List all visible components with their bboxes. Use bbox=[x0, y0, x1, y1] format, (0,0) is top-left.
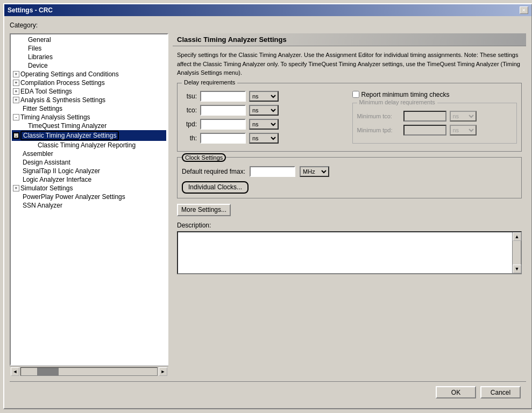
tree-item-classic-report[interactable]: Classic Timing Analyzer Reporting bbox=[12, 141, 166, 149]
delay-group-title: Delay requirements bbox=[182, 79, 237, 86]
tsu-input[interactable] bbox=[200, 91, 246, 102]
intro-description: Specify settings for the Classic Timing … bbox=[177, 51, 522, 77]
tree-item-fitter[interactable]: Fitter Settings bbox=[12, 104, 166, 113]
min-tpd-unit[interactable]: ns bbox=[450, 125, 477, 136]
min-tpd-label: Minimum tpd: bbox=[357, 127, 400, 133]
tree-item-design-assistant[interactable]: Design Assistant bbox=[12, 158, 166, 167]
scroll-right-button[interactable]: ► bbox=[159, 367, 167, 376]
scroll-left-button[interactable]: ◄ bbox=[11, 367, 19, 376]
tree-item-signaltap[interactable]: SignalTap II Logic Analyzer bbox=[12, 167, 166, 175]
tree-item-label-eda: EDA Tool Settings bbox=[20, 88, 72, 95]
tpd-label: tpd: bbox=[182, 120, 197, 128]
description-label: Description: bbox=[177, 222, 522, 229]
more-settings-row: More Settings... bbox=[177, 204, 522, 216]
tree-item-label-files: Files bbox=[28, 45, 41, 52]
scroll-track[interactable] bbox=[20, 367, 158, 376]
expand-icon-classic[interactable]: - bbox=[13, 132, 19, 139]
min-delay-title: Minimum delay requirements bbox=[357, 99, 437, 105]
main-window: Settings - CRC ✕ Category: General bbox=[3, 3, 532, 409]
tree-item-powerplay[interactable]: PowerPlay Power Analyzer Settings bbox=[12, 193, 166, 201]
expand-icon-eda[interactable]: + bbox=[13, 88, 19, 95]
tree-item-label-operating: Operating Settings and Conditions bbox=[20, 70, 119, 78]
close-button[interactable]: ✕ bbox=[520, 6, 528, 14]
tpd-input[interactable] bbox=[200, 119, 246, 130]
th-unit-select[interactable]: nspsus bbox=[249, 133, 279, 144]
tree-item-analysis[interactable]: + Analysis & Synthesis Settings bbox=[12, 96, 166, 104]
tree-item-assembler[interactable]: Assembler bbox=[12, 149, 166, 158]
tree-item-label-timing: Timing Analysis Settings bbox=[20, 113, 90, 121]
tree-item-label-device: Device bbox=[28, 62, 48, 69]
tco-input[interactable] bbox=[200, 105, 246, 116]
min-tco-input[interactable] bbox=[403, 111, 446, 122]
tree-item-label-fitter: Fitter Settings bbox=[23, 105, 62, 112]
tsu-unit-select[interactable]: nspsus bbox=[249, 91, 279, 102]
description-box: ▲ ▼ bbox=[177, 231, 522, 274]
fmax-input[interactable] bbox=[250, 166, 295, 177]
clock-settings-body: Default required fmax: MHzGHzKHz Individ… bbox=[182, 166, 517, 194]
delay-right-col: Report minimum timing checks Minimum del… bbox=[352, 91, 517, 147]
title-bar-buttons: ✕ bbox=[520, 6, 528, 14]
individual-clocks-row: Individual Clocks... bbox=[182, 181, 517, 194]
report-min-checkbox[interactable] bbox=[352, 91, 359, 98]
report-min-row: Report minimum timing checks bbox=[352, 91, 517, 98]
individual-clocks-button[interactable]: Individual Clocks... bbox=[182, 181, 249, 194]
tree-item-label-classic-report: Classic Timing Analyzer Reporting bbox=[38, 141, 136, 149]
desc-scroll-down[interactable]: ▼ bbox=[513, 265, 521, 273]
tree-item-label-design-assistant: Design Assistant bbox=[23, 159, 70, 166]
tpd-unit-select[interactable]: nspsus bbox=[249, 119, 279, 130]
desc-scroll-up[interactable]: ▲ bbox=[513, 232, 521, 241]
tree-item-libraries[interactable]: Libraries bbox=[12, 53, 166, 61]
tree-item-compilation[interactable]: + Compilation Process Settings bbox=[12, 79, 166, 87]
clock-settings-group: Clock Settings Default required fmax: MH… bbox=[177, 157, 522, 198]
tree-item-label-classic: Classic Timing Analyzer Settings bbox=[20, 131, 119, 140]
expand-icon-analysis[interactable]: + bbox=[13, 97, 19, 103]
desc-scrollbar: ▲ ▼ bbox=[512, 232, 521, 273]
tree-item-files[interactable]: Files bbox=[12, 44, 166, 53]
tree-item-general[interactable]: General bbox=[12, 35, 166, 44]
min-delay-rows: Minimum tco: ns Minimum tpd: bbox=[357, 111, 513, 136]
tree-item-label-analysis: Analysis & Synthesis Settings bbox=[20, 96, 105, 104]
category-label: Category: bbox=[10, 22, 526, 29]
ok-button[interactable]: OK bbox=[436, 386, 476, 398]
tree-item-ssn[interactable]: SSN Analyzer bbox=[12, 201, 166, 210]
min-tpd-input[interactable] bbox=[403, 125, 446, 136]
min-tco-unit[interactable]: ns bbox=[450, 111, 477, 122]
tsu-row: tsu: nspsus bbox=[182, 91, 347, 102]
delay-requirements-group: Delay requirements tsu: nspsus bbox=[177, 83, 522, 152]
tree-item-operating[interactable]: + Operating Settings and Conditions bbox=[12, 70, 166, 79]
desc-scroll-track[interactable] bbox=[513, 241, 521, 265]
tree-item-simulator[interactable]: + Simulator Settings bbox=[12, 184, 166, 193]
report-min-label[interactable]: Report minimum timing checks bbox=[352, 91, 517, 98]
tree-item-eda[interactable]: + EDA Tool Settings bbox=[12, 87, 166, 96]
tsu-label: tsu: bbox=[182, 92, 197, 100]
cancel-button[interactable]: Cancel bbox=[480, 386, 521, 398]
th-row: th: nspsus bbox=[182, 133, 347, 144]
report-min-text: Report minimum timing checks bbox=[361, 91, 450, 98]
more-settings-button[interactable]: More Settings... bbox=[177, 204, 231, 216]
tree-item-device[interactable]: Device bbox=[12, 61, 166, 70]
tree-item-label-simulator: Simulator Settings bbox=[20, 184, 73, 192]
fmax-unit-select[interactable]: MHzGHzKHz bbox=[300, 166, 329, 177]
min-tpd-row: Minimum tpd: ns bbox=[357, 125, 513, 136]
tree-item-timing[interactable]: - Timing Analysis Settings bbox=[12, 113, 166, 122]
tree-scroll-area[interactable]: General Files Libraries bbox=[10, 33, 168, 366]
tree-item-timequest[interactable]: TimeQuest Timing Analyzer bbox=[12, 122, 166, 130]
tree-panel: General Files Libraries bbox=[10, 33, 168, 377]
tco-unit-select[interactable]: nspsus bbox=[249, 105, 279, 116]
tree-item-logic-analyzer[interactable]: Logic Analyzer Interface bbox=[12, 175, 166, 184]
expand-icon-timing[interactable]: - bbox=[13, 114, 19, 120]
tree-item-label-logic-analyzer: Logic Analyzer Interface bbox=[23, 176, 91, 183]
tree-item-classic[interactable]: - Classic Timing Analyzer Settings bbox=[12, 130, 166, 141]
tree-item-label-powerplay: PowerPlay Power Analyzer Settings bbox=[23, 193, 125, 201]
tree-item-label-libraries: Libraries bbox=[28, 53, 53, 61]
tree-item-label-signaltap: SignalTap II Logic Analyzer bbox=[23, 167, 100, 175]
tree-item-label-ssn: SSN Analyzer bbox=[23, 202, 62, 209]
panel-body: Specify settings for the Classic Timing … bbox=[173, 46, 526, 377]
tree-item-label-general: General bbox=[28, 36, 51, 44]
window-title: Settings - CRC bbox=[8, 6, 53, 14]
th-input[interactable] bbox=[200, 133, 246, 144]
expand-icon-compilation[interactable]: + bbox=[13, 80, 19, 86]
expand-icon-operating[interactable]: + bbox=[13, 71, 19, 77]
clock-group-title: Clock Settings bbox=[182, 153, 226, 162]
expand-icon-simulator[interactable]: + bbox=[13, 185, 19, 191]
